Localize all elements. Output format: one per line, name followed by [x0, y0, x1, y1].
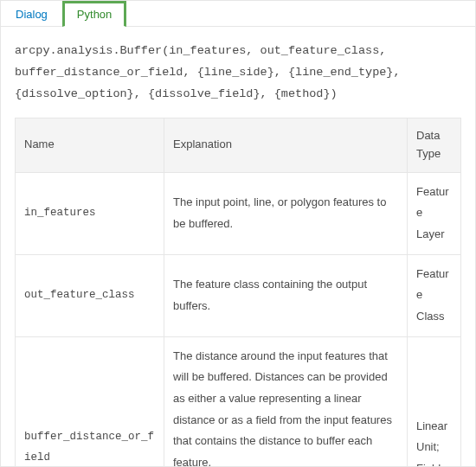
col-header-explanation: Explanation: [164, 118, 408, 172]
param-type: Linear Unit; Field: [408, 336, 461, 467]
param-name: in_features: [16, 172, 164, 254]
param-explanation: The feature class containing the output …: [164, 254, 408, 336]
param-type: Feature Layer: [408, 172, 461, 254]
tab-content: arcpy.analysis.Buffer(in_features, out_f…: [1, 27, 475, 467]
param-explanation: The input point, line, or polygon featur…: [164, 172, 408, 254]
param-name: out_feature_class: [16, 254, 164, 336]
table-row: buffer_distance_or_field The distance ar…: [16, 336, 461, 467]
table-row: out_feature_class The feature class cont…: [16, 254, 461, 336]
parameters-table: Name Explanation Data Type in_features T…: [15, 118, 461, 467]
param-type: Feature Class: [408, 254, 461, 336]
param-explanation: The distance around the input features t…: [164, 336, 408, 467]
table-row: in_features The input point, line, or po…: [16, 172, 461, 254]
tab-python-label: Python: [77, 8, 112, 21]
table-header-row: Name Explanation Data Type: [16, 118, 461, 172]
param-explanation-text: The input point, line, or polygon featur…: [173, 192, 398, 234]
tab-dialog-label: Dialog: [16, 8, 48, 21]
param-explanation-text: The distance around the input features t…: [173, 346, 398, 467]
tab-python[interactable]: Python: [62, 1, 126, 27]
param-name: buffer_distance_or_field: [16, 336, 164, 467]
doc-panel: Dialog Python arcpy.analysis.Buffer(in_f…: [0, 0, 476, 467]
syntax-signature: arcpy.analysis.Buffer(in_features, out_f…: [15, 41, 461, 106]
tab-dialog[interactable]: Dialog: [1, 1, 62, 26]
col-header-type: Data Type: [408, 118, 461, 172]
param-explanation-text: The feature class containing the output …: [173, 274, 398, 317]
tab-bar: Dialog Python: [1, 1, 475, 27]
col-header-name: Name: [16, 118, 164, 172]
